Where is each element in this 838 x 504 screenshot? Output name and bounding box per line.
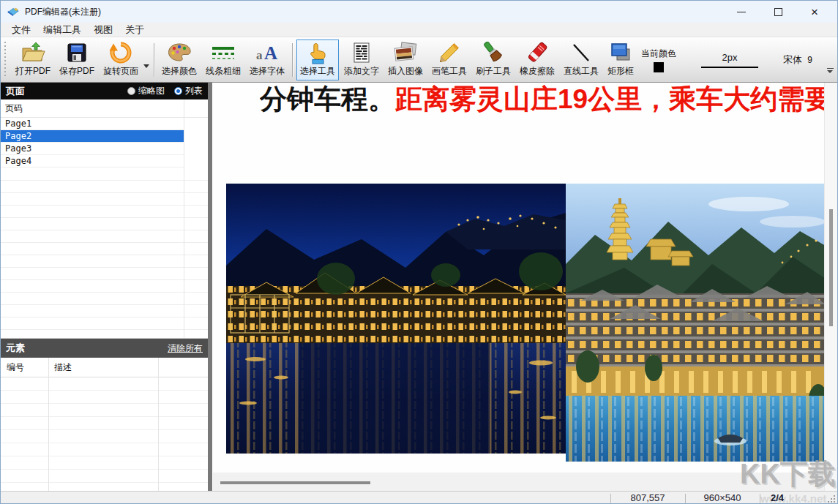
rectangle-tool-button[interactable]: 矩形框 [604, 40, 637, 80]
horizontal-scrollbar[interactable] [213, 473, 824, 491]
elements-column-divider [48, 358, 49, 491]
maximize-button[interactable] [770, 4, 786, 20]
pages-panel-title: 页面 [6, 85, 25, 98]
select-tool-button[interactable]: 选择工具 [296, 40, 339, 80]
elements-column-id: 编号 [1, 361, 48, 374]
document-text-black: 分钟车程。 [260, 84, 395, 114]
sidebar: 页面 缩略图 列表 页码 Page1 Page2 Page3 Pa [1, 83, 208, 491]
font-select-button[interactable]: a A 选择字体 [246, 40, 288, 80]
insert-image-icon [393, 42, 418, 64]
color-palette-icon [167, 42, 192, 64]
document-canvas[interactable]: 分钟车程。距离雾灵山庄19公里，乘车大约需要3 [213, 83, 837, 491]
elements-empty-rows [1, 377, 208, 491]
horizontal-scrollbar-thumb[interactable] [220, 481, 370, 484]
pdf-page[interactable]: 分钟车程。距离雾灵山庄19公里，乘车大约需要3 [213, 83, 826, 473]
pages-empty-rows [1, 168, 208, 338]
menu-file[interactable]: 文件 [12, 23, 31, 37]
pencil-tool-button[interactable]: 画笔工具 [428, 40, 471, 80]
page-list-item[interactable]: Page1 [1, 118, 184, 130]
toolbar-grip[interactable] [4, 42, 7, 78]
elements-column-desc: 描述 [48, 361, 72, 374]
add-text-button[interactable]: 添加文字 [340, 40, 383, 80]
radio-icon [127, 87, 135, 95]
line-width-icon [210, 42, 236, 64]
close-icon: × [811, 6, 818, 18]
maximize-icon [774, 8, 782, 16]
radio-icon [174, 87, 182, 95]
insert-image-button[interactable]: 插入图像 [384, 40, 427, 80]
statusbar: www.kk4.net 807,557 960×540 2/4 [1, 491, 837, 504]
status-page-size: 960×540 [685, 492, 760, 503]
menu-edit-tools[interactable]: 编辑工具 [43, 23, 81, 37]
select-tool-icon [307, 42, 329, 64]
resize-grip[interactable] [828, 495, 835, 503]
app-icon [7, 5, 20, 18]
toolbar-separator [154, 43, 154, 77]
window-title: PDF编辑器(未注册) [25, 6, 101, 18]
font-size: 9 [807, 55, 812, 65]
elements-panel-title: 元素 [6, 342, 25, 355]
sidebar-splitter[interactable] [208, 83, 213, 491]
close-button[interactable]: × [807, 4, 823, 20]
rotate-page-dropdown-arrow[interactable] [143, 64, 149, 68]
pdf-editor-window: PDF编辑器(未注册) × 文件 编辑工具 视图 关于 打开PDF [0, 0, 838, 504]
brush-tool-button[interactable]: 刷子工具 [472, 40, 515, 80]
menubar: 文件 编辑工具 视图 关于 [1, 23, 837, 37]
menu-about[interactable]: 关于 [125, 23, 144, 37]
font-indicator[interactable]: 宋体 9 [783, 53, 812, 67]
status-page-indicator: 2/4 [760, 492, 795, 503]
color-picker-button[interactable]: 选择颜色 [158, 40, 201, 80]
toolbar-separator [292, 43, 293, 77]
font-select-icon: a A [255, 42, 280, 64]
pages-column-divider [184, 99, 184, 338]
line-width-button[interactable]: 线条粗细 [202, 40, 244, 80]
open-pdf-icon [20, 42, 45, 64]
svg-text:A: A [264, 43, 277, 63]
document-text-line: 分钟车程。距离雾灵山庄19公里，乘车大约需要3 [260, 83, 826, 118]
page-list-item[interactable]: Page3 [1, 143, 184, 155]
line-width-indicator[interactable]: 2px [701, 52, 758, 68]
toolbar: 打开PDF 保存PDF 旋转 [1, 37, 837, 83]
clear-all-link[interactable]: 清除所有 [168, 342, 203, 355]
pages-panel-header: 页面 缩略图 列表 [1, 83, 208, 99]
minimize-button[interactable] [733, 4, 749, 20]
pages-list: 页码 Page1 Page2 Page3 Page4 [1, 99, 208, 339]
photo-night-watertown [226, 184, 566, 454]
status-cursor-position: 807,557 [610, 492, 685, 503]
photo-twilight-pagoda-town [566, 184, 826, 462]
radio-thumbnail-view[interactable]: 缩略图 [127, 85, 165, 97]
elements-list: 编号 描述 [1, 358, 208, 491]
open-pdf-button[interactable]: 打开PDF [12, 40, 54, 80]
current-color-label: 当前颜色 [641, 48, 676, 60]
vertical-scrollbar-thumb[interactable] [829, 209, 833, 326]
svg-text:a: a [256, 48, 263, 62]
menu-view[interactable]: 视图 [94, 23, 113, 37]
page-list-item-selected[interactable]: Page2 [1, 130, 184, 143]
rectangle-tool-icon [609, 42, 632, 64]
current-color-swatch [654, 62, 664, 72]
line-tool-button[interactable]: 直线工具 [560, 40, 602, 80]
save-pdf-button[interactable]: 保存PDF [56, 40, 98, 80]
pages-column-header: 页码 [1, 99, 208, 118]
toolbar-overflow-button[interactable] [826, 68, 834, 73]
line-tool-icon [570, 42, 592, 64]
add-text-icon [352, 42, 371, 64]
line-width-sample [701, 67, 758, 68]
radio-list-view[interactable]: 列表 [174, 85, 203, 97]
minimize-icon [737, 12, 746, 12]
page-list-item[interactable]: Page4 [1, 155, 184, 168]
pencil-tool-icon [438, 42, 460, 64]
titlebar: PDF编辑器(未注册) × [1, 1, 837, 23]
rotate-page-icon [109, 41, 132, 64]
brush-tool-icon [482, 42, 505, 64]
rotate-page-button[interactable]: 旋转页面 [100, 40, 142, 80]
eraser-tool-button[interactable]: 橡皮擦除 [516, 40, 558, 80]
document-text-red: 距离雾灵山庄19公里，乘车大约需要3 [395, 84, 826, 114]
eraser-tool-icon [525, 42, 549, 64]
vertical-scrollbar[interactable] [824, 83, 837, 491]
chevron-down-icon [827, 70, 833, 73]
elements-column-divider [158, 358, 159, 491]
current-color-indicator[interactable]: 当前颜色 [641, 48, 676, 72]
elements-panel-header: 元素 清除所有 [1, 339, 208, 358]
line-width-value: 2px [722, 52, 738, 63]
